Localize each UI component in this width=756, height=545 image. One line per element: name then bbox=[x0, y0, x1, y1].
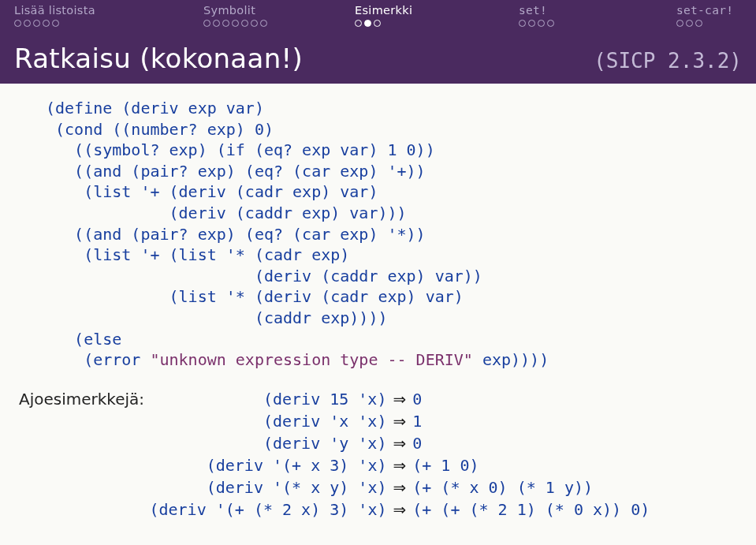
progress-dot[interactable] bbox=[528, 20, 535, 27]
progress-dot[interactable] bbox=[52, 20, 59, 27]
progress-dot[interactable] bbox=[686, 20, 693, 27]
progress-dot[interactable] bbox=[547, 20, 554, 27]
example-call: (deriv 15 'x) bbox=[149, 388, 386, 410]
code-line: (error "unknown expression type -- DERIV… bbox=[46, 350, 549, 369]
code-line: (cond ((number? exp) 0) bbox=[46, 120, 274, 139]
nav-section[interactable]: Symbolit bbox=[203, 4, 355, 36]
nav-section[interactable]: set! bbox=[519, 4, 676, 36]
string-literal: "unknown expression type -- DERIV" bbox=[150, 350, 472, 369]
progress-dot[interactable] bbox=[251, 20, 258, 27]
code-line: (caddr exp)))) bbox=[46, 308, 387, 327]
progress-dot[interactable] bbox=[43, 20, 50, 27]
arrow-icon: ⇒ bbox=[393, 410, 406, 432]
examples-label: Ajoesimerkkejä: bbox=[19, 390, 144, 409]
progress-dot[interactable] bbox=[676, 20, 683, 27]
nav-section[interactable]: set-car! bbox=[676, 4, 742, 36]
example-result: (+ (+ (* 2 1) (* 0 x)) 0) bbox=[412, 498, 650, 521]
example-result: 1 bbox=[412, 410, 650, 432]
examples-block: Ajoesimerkkejä: (deriv 15 'x)⇒0(deriv 'x… bbox=[19, 388, 740, 521]
example-result: (+ (* x 0) (* 1 y)) bbox=[412, 476, 650, 498]
example-result: 0 bbox=[412, 432, 650, 454]
code-line: ((symbol? exp) (if (eq? exp var) 1 0)) bbox=[46, 140, 435, 159]
example-call: (deriv '(* x y) 'x) bbox=[149, 476, 386, 498]
example-call: (deriv '(+ (* 2 x) 3) 'x) bbox=[149, 498, 386, 521]
examples-grid: (deriv 15 'x)⇒0(deriv 'x 'x)⇒1(deriv 'y … bbox=[149, 388, 650, 521]
nav-progress-dots bbox=[355, 20, 381, 27]
code-block: (define (deriv exp var) (cond ((number? … bbox=[46, 98, 740, 371]
nav-section-label: Esimerkki bbox=[355, 4, 412, 17]
example-call: (deriv 'y 'x) bbox=[149, 432, 386, 454]
progress-dot[interactable] bbox=[232, 20, 239, 27]
progress-dot[interactable] bbox=[374, 20, 381, 27]
progress-dot[interactable] bbox=[519, 20, 526, 27]
example-result: 0 bbox=[412, 388, 650, 410]
progress-dot[interactable] bbox=[241, 20, 248, 27]
nav-progress-dots bbox=[519, 20, 554, 27]
slide-reference: (SICP 2.3.2) bbox=[594, 49, 742, 73]
example-result: (+ 1 0) bbox=[412, 454, 650, 476]
title-band: Ratkaisu (kokonaan!) (SICP 2.3.2) bbox=[0, 38, 756, 84]
arrow-icon: ⇒ bbox=[393, 432, 406, 454]
arrow-icon: ⇒ bbox=[393, 454, 406, 476]
code-line: (deriv (caddr exp) var)) bbox=[46, 267, 482, 286]
nav-section[interactable]: Esimerkki bbox=[355, 4, 519, 36]
nav-section[interactable]: Lisää listoista bbox=[14, 4, 203, 36]
code-line: (list '* (deriv (cadr exp) var) bbox=[46, 287, 464, 306]
code-line: ((and (pair? exp) (eq? (car exp) '+)) bbox=[46, 162, 426, 181]
example-call: (deriv '(+ x 3) 'x) bbox=[149, 454, 386, 476]
arrow-icon: ⇒ bbox=[393, 498, 406, 521]
nav-section-label: set! bbox=[519, 4, 547, 17]
nav-progress-dots bbox=[676, 20, 702, 27]
progress-dot[interactable] bbox=[364, 20, 371, 27]
progress-dot[interactable] bbox=[203, 20, 210, 27]
progress-dot[interactable] bbox=[33, 20, 40, 27]
code-line: (list '+ (deriv (cadr exp) var) bbox=[46, 182, 378, 201]
progress-dot[interactable] bbox=[222, 20, 229, 27]
progress-dot[interactable] bbox=[213, 20, 220, 27]
nav-section-label: Lisää listoista bbox=[14, 4, 95, 17]
code-line: (deriv (caddr exp) var))) bbox=[46, 203, 407, 222]
progress-dot[interactable] bbox=[24, 20, 31, 27]
code-line: (define (deriv exp var) bbox=[46, 99, 264, 118]
nav-section-label: set-car! bbox=[676, 4, 733, 17]
progress-dot[interactable] bbox=[260, 20, 267, 27]
code-line: (list '+ (list '* (cadr exp) bbox=[46, 245, 349, 264]
progress-dot[interactable] bbox=[14, 20, 21, 27]
progress-dot[interactable] bbox=[695, 20, 702, 27]
progress-dot[interactable] bbox=[355, 20, 362, 27]
arrow-icon: ⇒ bbox=[393, 388, 406, 410]
example-call: (deriv 'x 'x) bbox=[149, 410, 386, 432]
code-line: ((and (pair? exp) (eq? (car exp) '*)) bbox=[46, 225, 426, 244]
slide-content: (define (deriv exp var) (cond ((number? … bbox=[0, 84, 756, 521]
nav-section-label: Symbolit bbox=[203, 4, 255, 17]
nav-bar: Lisää listoistaSymbolitEsimerkkiset!set-… bbox=[0, 0, 756, 38]
slide-title: Ratkaisu (kokonaan!) bbox=[14, 43, 303, 74]
nav-progress-dots bbox=[14, 20, 59, 27]
arrow-icon: ⇒ bbox=[393, 476, 406, 498]
nav-progress-dots bbox=[203, 20, 267, 27]
code-line: (else bbox=[46, 330, 121, 349]
progress-dot[interactable] bbox=[538, 20, 545, 27]
